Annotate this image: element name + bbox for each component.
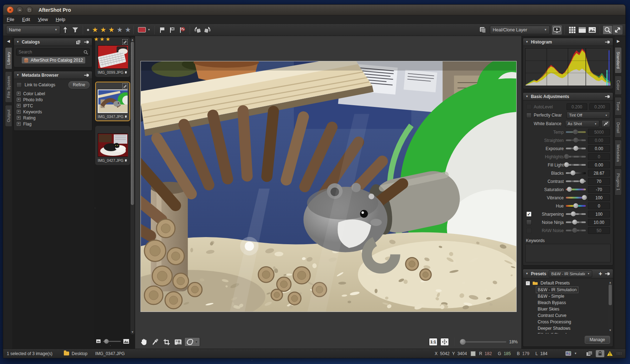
slider-track[interactable]	[566, 205, 586, 207]
noise-ninja-checkbox[interactable]	[526, 220, 532, 225]
slider-value[interactable]: 50	[588, 227, 610, 234]
expand-plus-icon[interactable]: +	[17, 122, 21, 126]
scroll-down-icon[interactable]: ▼	[608, 329, 612, 332]
perfectly-clear-dropdown[interactable]: Tint Off ▼	[567, 112, 610, 119]
metadata-tree-item[interactable]: +Photo Info	[17, 97, 89, 103]
slider-track[interactable]	[566, 131, 586, 133]
slider-value[interactable]: 28.67	[588, 170, 610, 176]
collapse-triangle-icon[interactable]: ▼	[526, 95, 528, 98]
image-preview-button[interactable]	[587, 25, 597, 35]
slider-thumb[interactable]	[572, 220, 577, 225]
presets-folder-row[interactable]: − Default Presets	[526, 281, 607, 286]
slider-value[interactable]: 5000	[588, 129, 610, 135]
scrollbar-thumb[interactable]	[131, 42, 134, 205]
slider-value[interactable]: 0.00	[588, 162, 610, 168]
warning-icon[interactable]	[607, 351, 613, 356]
pan-hand-tool[interactable]	[139, 337, 149, 347]
catalogs-header[interactable]: ▼ Catalogs	[14, 38, 92, 46]
star-icon[interactable]: ★	[125, 26, 131, 33]
thumbnail-card[interactable]: IMG_0427.JPG	[95, 126, 130, 165]
pin-icon[interactable]	[84, 73, 89, 78]
collapse-left-panel-icon[interactable]: ◀	[7, 39, 10, 43]
new-catalog-icon[interactable]	[76, 40, 81, 45]
slider-thumb[interactable]	[573, 203, 578, 208]
menu-item-file[interactable]: File	[7, 17, 14, 22]
preset-item[interactable]: B&W - Simple	[536, 293, 566, 299]
basic-adjustments-header[interactable]: ▼ Basic Adjustments	[523, 93, 613, 101]
slider-track[interactable]	[566, 139, 586, 141]
region-tool[interactable]: ▼	[184, 337, 200, 347]
current-folder-label[interactable]: Desktop	[72, 351, 87, 356]
tab-library[interactable]: Library	[5, 47, 12, 69]
histogram-header[interactable]: ▼ Histogram	[523, 38, 613, 46]
collapse-minus-icon[interactable]: −	[526, 281, 530, 285]
magnifier-tool-button[interactable]	[603, 25, 613, 35]
tab-detail[interactable]: Detail	[615, 118, 622, 138]
crop-tool[interactable]	[162, 337, 171, 347]
thumbnail-card[interactable]: IMG_0099.JPG	[95, 37, 130, 77]
sharpening-checkbox[interactable]: ✓	[526, 211, 532, 217]
slider-track[interactable]	[566, 230, 586, 231]
menu-item-view[interactable]: View	[38, 17, 48, 22]
copy-settings-icon[interactable]	[586, 351, 593, 357]
rotate-left-button[interactable]	[193, 25, 203, 35]
search-input[interactable]	[16, 48, 90, 56]
flag-reject-button[interactable]	[167, 25, 177, 35]
slider-track[interactable]	[566, 189, 586, 190]
slider-thumb[interactable]	[570, 170, 575, 175]
thumbnail-grid-view-button[interactable]	[567, 25, 577, 35]
slider-value[interactable]: 0.00	[588, 145, 610, 152]
chevron-down-icon[interactable]: ▼	[574, 352, 577, 355]
resize-grip[interactable]: ∷∷	[616, 352, 622, 355]
slider-thumb[interactable]	[564, 162, 569, 167]
red-eye-tool[interactable]	[173, 337, 183, 347]
star-icon[interactable]: ★	[100, 26, 106, 33]
pin-icon[interactable]	[605, 271, 610, 276]
minimize-button[interactable]: –	[16, 6, 23, 13]
expand-plus-icon[interactable]: +	[17, 116, 21, 120]
metadata-browser-header[interactable]: ▼ Metadata Browser	[14, 71, 92, 79]
tab-output[interactable]: Output	[5, 105, 12, 127]
color-label-button[interactable]: ▼	[136, 25, 152, 35]
presets-dropdown[interactable]: B&W - IR Simulation ▼	[549, 270, 592, 277]
filter-icon[interactable]	[70, 25, 80, 35]
slider-track[interactable]	[566, 148, 586, 149]
photo-hamster[interactable]	[140, 61, 517, 312]
metadata-tree-item[interactable]: +Keywords	[17, 109, 89, 115]
flag-clear-button[interactable]	[177, 25, 187, 35]
slideshow-button[interactable]	[552, 25, 562, 35]
tab-color[interactable]: Color	[615, 76, 622, 95]
manage-presets-button[interactable]: Manage	[585, 336, 610, 344]
slider-thumb[interactable]	[567, 187, 572, 192]
slider-track[interactable]	[566, 197, 586, 199]
preset-item[interactable]: Fill, Half Stop, Low range	[536, 332, 587, 334]
preset-item[interactable]: Cross Processing	[536, 319, 573, 325]
slider-thumb[interactable]	[580, 179, 585, 184]
slider-track[interactable]	[566, 164, 586, 166]
scroll-up-icon[interactable]: ▲	[130, 38, 134, 41]
presets-scrollbar[interactable]: ▲ ▼	[608, 281, 612, 332]
title-bar[interactable]: × – □ AfterShot Pro	[3, 5, 625, 15]
expand-plus-icon[interactable]: +	[17, 98, 21, 102]
display-profile-icon[interactable]	[565, 351, 572, 356]
slider-thumb[interactable]	[573, 138, 578, 143]
metadata-tree-item[interactable]: +IPTC	[17, 103, 89, 109]
collapse-triangle-icon[interactable]: ▼	[526, 40, 528, 43]
tab-plugins-1[interactable]: Plugins 1	[615, 169, 622, 195]
tab-tone[interactable]: Tone	[615, 97, 622, 115]
thumbnail-size-slider[interactable]	[103, 341, 121, 342]
lock-button[interactable]	[596, 350, 604, 357]
slider-value[interactable]: 100	[588, 211, 610, 217]
slider-thumb[interactable]	[571, 211, 576, 216]
metadata-tree-item[interactable]: +Color Label	[17, 91, 89, 97]
slider-thumb[interactable]	[572, 228, 577, 233]
link-to-catalogs-checkbox[interactable]	[16, 82, 22, 88]
autolevel-value-1[interactable]: 0.200	[567, 103, 587, 110]
autolevel-value-2[interactable]: 0.200	[589, 103, 610, 110]
perfectly-clear-checkbox[interactable]	[526, 113, 532, 118]
star-icon[interactable]: ★	[92, 26, 98, 33]
expand-plus-icon[interactable]: +	[17, 110, 21, 114]
slider-value[interactable]: -70	[588, 186, 610, 193]
sort-ascending-button[interactable]	[60, 25, 70, 35]
catalog-item[interactable]: AfterShot Pro Catalog 2012	[22, 57, 85, 63]
